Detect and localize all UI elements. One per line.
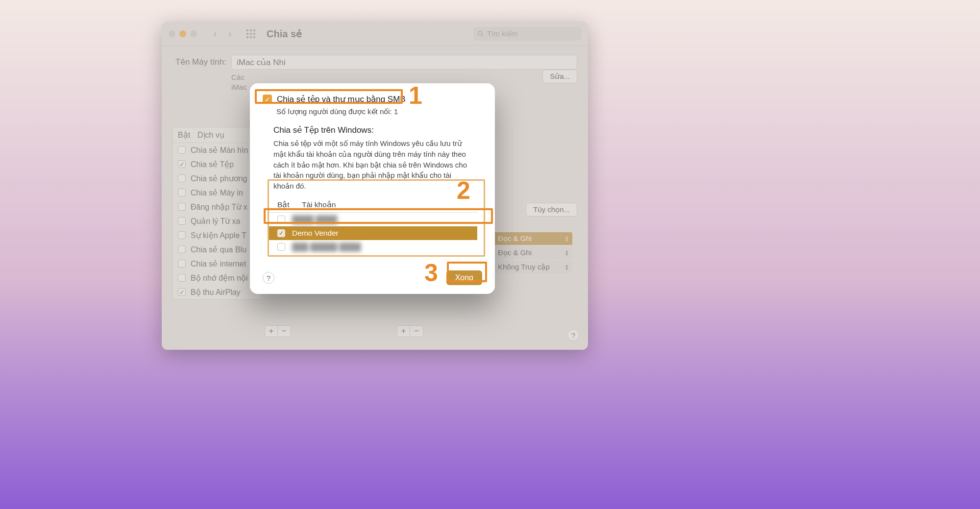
svg-point-9 bbox=[478, 31, 482, 35]
smb-checkbox[interactable] bbox=[263, 95, 272, 104]
service-label: Bộ thu AirPlay bbox=[191, 288, 241, 297]
service-row[interactable]: Quản lý Từ xa bbox=[173, 214, 261, 228]
service-label: Chia sẻ Máy in bbox=[191, 188, 243, 197]
account-name: Demo Vender bbox=[292, 229, 339, 238]
account-checkbox[interactable] bbox=[277, 216, 285, 223]
service-label: Chia sẻ internet bbox=[191, 259, 246, 268]
service-checkbox[interactable] bbox=[178, 231, 186, 239]
service-row[interactable]: Đăng nhập Từ x bbox=[173, 200, 261, 214]
search-icon bbox=[477, 30, 484, 37]
service-checkbox[interactable] bbox=[178, 260, 186, 267]
service-label: Quản lý Từ xa bbox=[191, 217, 241, 226]
svg-rect-0 bbox=[246, 29, 248, 31]
permission-row[interactable]: Đọc & Ghi▴▾ bbox=[494, 232, 572, 245]
windows-sharing-title: Chia sẻ Tệp trên Windows: bbox=[273, 125, 482, 135]
services-col-on: Bật bbox=[178, 130, 197, 140]
service-checkbox[interactable] bbox=[178, 146, 186, 154]
folders-add-remove: + − bbox=[265, 325, 291, 337]
service-row[interactable]: Chia sẻ Tệp bbox=[173, 157, 261, 171]
search-placeholder: Tìm kiếm bbox=[487, 29, 517, 38]
service-label: Bộ nhớ đệm nội bbox=[191, 273, 247, 283]
remove-folder-button[interactable]: − bbox=[278, 325, 291, 337]
connected-count: Số lượng người dùng được kết nối: 1 bbox=[276, 107, 482, 116]
service-label: Chia sẻ Màn hìn bbox=[191, 145, 248, 155]
service-label: Chia sẻ Tệp bbox=[191, 160, 234, 169]
accounts-col-on: Bật bbox=[277, 200, 302, 209]
edit-button[interactable]: Sửa... bbox=[542, 70, 577, 83]
computer-name-field[interactable]: iMac của Nhi bbox=[231, 55, 577, 70]
minimize-dot[interactable] bbox=[179, 30, 186, 37]
svg-rect-2 bbox=[253, 29, 255, 31]
permissions-list: Đọc & Ghi▴▾Đọc & Ghi▴▾Không Truy cập▴▾ bbox=[494, 232, 572, 273]
account-name: ████ ████ bbox=[292, 215, 337, 224]
service-checkbox[interactable] bbox=[178, 274, 186, 282]
service-row[interactable]: Sự kiện Apple T bbox=[173, 228, 261, 242]
help-button[interactable]: ? bbox=[567, 329, 579, 341]
service-checkbox[interactable] bbox=[178, 245, 186, 253]
stepper-icon: ▴▾ bbox=[565, 235, 568, 242]
account-row[interactable]: ████ ████ bbox=[268, 213, 477, 226]
permission-label: Đọc & Ghi bbox=[498, 234, 532, 243]
services-table: Bật Dịch vụ Chia sẻ Màn hìnChia sẻ TệpCh… bbox=[172, 127, 261, 300]
window-title: Chia sẻ bbox=[267, 28, 302, 40]
service-label: Đăng nhập Từ x bbox=[191, 202, 247, 212]
zoom-dot[interactable] bbox=[190, 30, 197, 37]
service-checkbox[interactable] bbox=[178, 203, 186, 211]
accounts-col-name: Tài khoản bbox=[302, 200, 336, 209]
account-name: ███ █████ ████ bbox=[292, 242, 361, 251]
service-checkbox[interactable] bbox=[178, 217, 186, 225]
smb-label: Chia sẻ tệp và thư mục bằng SMB bbox=[277, 94, 406, 104]
svg-rect-3 bbox=[246, 33, 248, 35]
permission-label: Đọc & Ghi bbox=[498, 248, 532, 257]
svg-rect-7 bbox=[250, 36, 252, 38]
svg-rect-1 bbox=[250, 29, 252, 31]
service-row[interactable]: Chia sẻ Màn hìn bbox=[173, 143, 261, 157]
service-checkbox[interactable] bbox=[178, 189, 186, 196]
computer-name-label: Tên Máy tính: bbox=[172, 57, 226, 67]
permission-label: Không Truy cập bbox=[498, 263, 550, 271]
back-button[interactable]: ‹ bbox=[209, 27, 221, 40]
add-user-button[interactable]: + bbox=[397, 325, 410, 337]
accounts-table: Bật Tài khoản ████ ████Demo Vender███ ██… bbox=[268, 197, 477, 270]
options-button[interactable]: Tùy chọn... bbox=[526, 203, 577, 217]
svg-line-10 bbox=[482, 34, 484, 36]
windows-sharing-desc: Chia sẻ tệp với một số máy tính Windows … bbox=[273, 138, 471, 192]
svg-rect-8 bbox=[253, 36, 255, 38]
add-folder-button[interactable]: + bbox=[265, 325, 278, 337]
stepper-icon: ▴▾ bbox=[565, 249, 568, 256]
service-label: Chia sẻ phương bbox=[191, 174, 247, 183]
account-row[interactable]: Demo Vender bbox=[268, 226, 477, 240]
service-label: Chia sẻ qua Blu bbox=[191, 245, 246, 254]
show-all-icon[interactable] bbox=[246, 29, 256, 39]
svg-rect-5 bbox=[253, 33, 255, 35]
search-input[interactable]: Tìm kiếm bbox=[473, 27, 581, 41]
service-row[interactable]: Chia sẻ phương bbox=[173, 171, 261, 186]
forward-button[interactable]: › bbox=[223, 27, 236, 40]
service-row[interactable]: Chia sẻ internet bbox=[173, 257, 261, 271]
service-row[interactable]: Chia sẻ Máy in bbox=[173, 186, 261, 200]
svg-rect-4 bbox=[250, 33, 252, 35]
account-row[interactable]: ███ █████ ████ bbox=[268, 240, 477, 254]
remove-user-button[interactable]: − bbox=[410, 325, 423, 337]
services-col-name: Dịch vụ bbox=[197, 130, 224, 140]
service-row[interactable]: Bộ nhớ đệm nội bbox=[173, 271, 261, 285]
service-row[interactable]: Chia sẻ qua Blu bbox=[173, 242, 261, 257]
sheet-help-button[interactable]: ? bbox=[263, 272, 274, 284]
traffic-lights bbox=[169, 30, 197, 37]
account-checkbox[interactable] bbox=[277, 229, 285, 237]
close-dot[interactable] bbox=[169, 30, 175, 37]
account-checkbox[interactable] bbox=[277, 243, 285, 251]
nav-buttons: ‹ › bbox=[209, 27, 236, 40]
service-checkbox[interactable] bbox=[178, 160, 186, 168]
service-label: Sự kiện Apple T bbox=[191, 231, 246, 240]
stepper-icon: ▴▾ bbox=[565, 264, 568, 270]
permission-row[interactable]: Đọc & Ghi▴▾ bbox=[494, 246, 572, 259]
service-checkbox[interactable] bbox=[178, 174, 186, 182]
service-checkbox[interactable] bbox=[178, 288, 186, 296]
service-row[interactable]: Bộ thu AirPlay bbox=[173, 285, 261, 299]
users-add-remove: + − bbox=[397, 325, 423, 337]
permission-row[interactable]: Không Truy cập▴▾ bbox=[494, 261, 572, 273]
smb-options-sheet: Chia sẻ tệp và thư mục bằng SMB Số lượng… bbox=[250, 83, 495, 294]
svg-rect-6 bbox=[246, 36, 248, 38]
done-button[interactable]: Xong bbox=[446, 270, 482, 285]
